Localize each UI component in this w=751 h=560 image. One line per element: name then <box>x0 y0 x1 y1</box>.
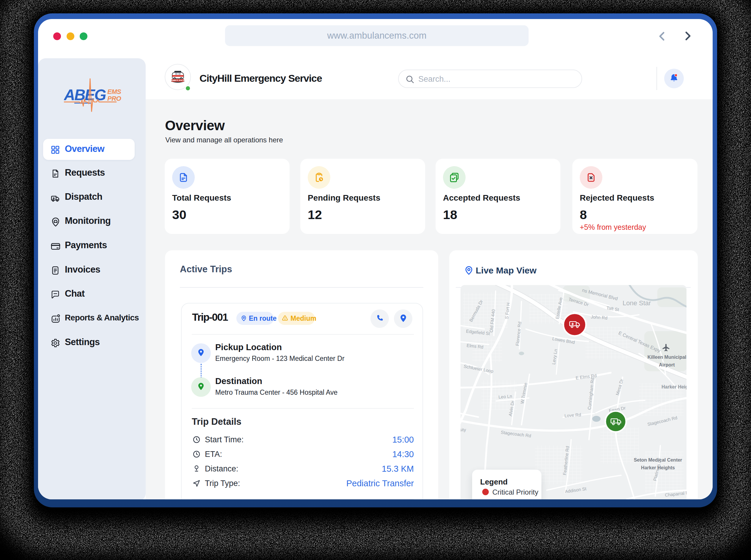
svg-text:Taft St: Taft St <box>606 305 619 312</box>
svg-text:Mesa Dr: Mesa Dr <box>615 378 624 396</box>
svg-text:sity: sity <box>460 427 466 432</box>
svg-text:AMBULANCE: AMBULANCE <box>171 79 185 82</box>
svg-text:Love Rd: Love Rd <box>564 412 581 418</box>
svg-text:EMS: EMS <box>107 88 121 95</box>
svg-text:Killeen Municipal: Killeen Municipal <box>648 355 687 360</box>
svg-text:Schlueter Loop: Schlueter Loop <box>463 363 494 374</box>
svg-text:Seton Medical Center: Seton Medical Center <box>634 457 682 462</box>
svg-text:Stagecoach Rd: Stagecoach Rd <box>501 429 532 438</box>
svg-text:Harker Heights: Harker Heights <box>641 465 675 470</box>
svg-text:Stagecoach Rd: Stagecoach Rd <box>647 415 678 427</box>
svg-text:Leo Ln: Leo Ln <box>498 394 512 399</box>
svg-text:Addison St: Addison St <box>565 486 587 494</box>
svg-text:Lone Star: Lone Star <box>622 299 651 307</box>
svg-text:Edgefield St: Edgefield St <box>466 328 491 336</box>
svg-text:John Rd: John Rd <box>591 314 608 320</box>
svg-text:PRO: PRO <box>107 95 121 102</box>
svg-text:Harker Heights: Harker Heights <box>661 384 687 389</box>
svg-text:Florence Rd: Florence Rd <box>515 321 522 346</box>
svg-text:Lowes Blvd: Lowes Blvd <box>552 336 575 345</box>
svg-text:Airport: Airport <box>659 362 675 367</box>
